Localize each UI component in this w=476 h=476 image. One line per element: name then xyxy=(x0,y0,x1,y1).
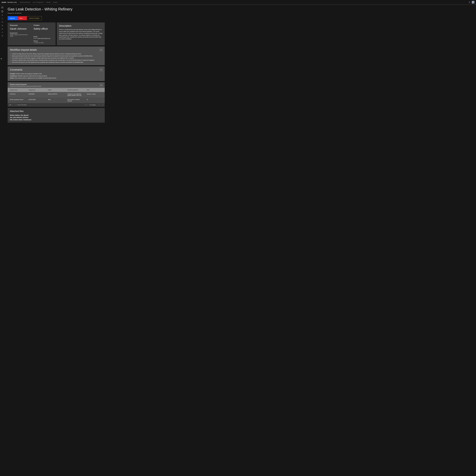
cell-id: 04-00143531 xyxy=(27,98,47,103)
pagination-range: 1 – 100 of 100 items xyxy=(14,104,84,106)
constraint-row: Partial: Some robotic assets or equipmen… xyxy=(10,77,102,79)
polygon-icon xyxy=(1,10,3,13)
email-label: Email: xyxy=(34,36,53,37)
svg-point-7 xyxy=(2,18,2,19)
description-text: Perform a comprehensive gas leak detecti… xyxy=(59,29,102,40)
user-avatar[interactable] xyxy=(472,1,475,4)
cell-model: Spot xyxy=(47,98,66,103)
nav-settings[interactable]: Settings xyxy=(46,1,51,3)
deny-button[interactable]: Deny xyxy=(17,16,27,20)
workflow-item: Deploy ground-based robots with more adv… xyxy=(12,55,102,57)
pagination-prev[interactable] xyxy=(97,103,101,107)
description-card: Description Perform a comprehensive gas … xyxy=(57,22,105,45)
sidebar-item-users[interactable] xyxy=(1,17,4,20)
phone-label: Phone: xyxy=(34,40,53,42)
info-row: Requester Sarah Johnson Department: Heal… xyxy=(8,22,105,45)
table-row[interactable]: DJI Drone 009-88546 Matrice 300 RTK Perg… xyxy=(8,92,105,98)
page-value: 1 xyxy=(85,104,86,106)
svg-point-15 xyxy=(2,29,2,29)
description-title: Description xyxy=(59,24,102,27)
requester-name: Sarah Johnson xyxy=(10,27,30,30)
dept-value: Health, Safety, and Environment (HSE) xyxy=(10,34,30,37)
header-nav: Global dashboard User management Setting… xyxy=(20,1,469,3)
cell-asset: Boston Dynamics Drone xyxy=(8,98,27,103)
constraints-card: AI Constraints Available: Robotic assets… xyxy=(8,66,105,81)
pagination-next[interactable] xyxy=(101,103,105,107)
position-label: Position xyxy=(34,24,53,26)
col-asset[interactable]: Robotic asset xyxy=(8,88,27,92)
nav-support[interactable]: Support xyxy=(53,1,58,3)
workflow-item: Submit the final report to the HSE depar… xyxy=(12,61,102,63)
users-icon xyxy=(2,18,3,19)
sidebar-item-connections[interactable] xyxy=(1,20,4,24)
col-equip[interactable]: Onboard equipment xyxy=(66,88,85,92)
col-pilot[interactable]: Pilot xyxy=(85,88,105,92)
workflow-card: AI Workflow request details Conduct an i… xyxy=(8,47,105,65)
sidebar-item-devices[interactable] xyxy=(1,34,4,37)
col-model[interactable]: Model xyxy=(47,88,66,92)
svg-point-8 xyxy=(2,18,3,18)
dept-label: Department: xyxy=(10,32,30,34)
cell-equip: OGI Camera, Thermal Camera xyxy=(66,98,85,103)
devices-icon xyxy=(2,35,3,36)
page-title: Gas Leak Detection - Whiting Refinery xyxy=(8,7,105,11)
ai-button-workflow[interactable]: AI xyxy=(99,48,103,51)
pagination-per-page[interactable]: 100 xyxy=(8,103,14,107)
file-link[interactable]: HSE_Incident_Report_Template.xlsx xyxy=(10,119,102,121)
notification-icon[interactable] xyxy=(469,1,470,3)
brand-section: Operations Hub xyxy=(7,1,17,3)
constraint-text: Some robotic assets or equipment are not… xyxy=(14,77,56,79)
sidebar-item-hierarchy[interactable] xyxy=(1,31,4,34)
file-link[interactable]: Gas_Leak_Detection_SOP.docx xyxy=(10,116,102,119)
constraint-text: Workflow may face conflict with pre-exis… xyxy=(17,75,47,77)
home-icon xyxy=(1,6,3,8)
chevron-down-icon xyxy=(12,104,13,105)
svg-point-12 xyxy=(2,22,3,22)
assets-card: AI Robotic Assets Required Assets will b… xyxy=(8,82,105,107)
svg-point-17 xyxy=(2,33,2,33)
sidebar-item-home[interactable] xyxy=(0,5,4,9)
request-id: Request ID: BP-WR-001 xyxy=(8,13,105,14)
ai-button-assets[interactable]: AI xyxy=(99,84,103,87)
svg-point-18 xyxy=(2,33,3,33)
per-page-value: 100 xyxy=(9,104,11,106)
files-title: Attached files xyxy=(10,110,102,113)
email-link[interactable]: sarah.johnson@bp.com xyxy=(37,38,51,39)
constraint-label: Conditional: xyxy=(10,75,17,77)
action-row: Approve Deny Request changes xyxy=(8,16,105,20)
constraint-row: Conditional: Workflow may face conflict … xyxy=(10,75,102,77)
brand: skyello Operations Hub xyxy=(1,1,17,3)
requester-col: Requester Sarah Johnson Department: Heal… xyxy=(10,24,30,43)
connections-icon xyxy=(2,21,3,23)
workflow-item: Generate a detailed report of all identi… xyxy=(12,59,102,61)
assets-subtitle: Assets will be requisitioned upon approv… xyxy=(10,85,102,87)
col-id[interactable]: Assigned ID xyxy=(27,88,47,92)
hierarchy-icon xyxy=(2,32,3,33)
chevron-down-icon xyxy=(86,104,87,105)
constraint-text: Robotic assets and equipment available i… xyxy=(16,73,42,74)
pagination-page-select[interactable]: 1 of 10 pages xyxy=(84,103,97,107)
phone-value: +1 (555) 123-4567 xyxy=(34,42,53,43)
requester-card: Requester Sarah Johnson Department: Heal… xyxy=(8,22,56,45)
sidebar-item-radio[interactable] xyxy=(1,27,4,31)
sidebar-item-open-panel[interactable] xyxy=(1,24,4,27)
table-header-row: Robotic asset Assigned ID Model Onboard … xyxy=(8,88,105,92)
clipboard-icon xyxy=(2,15,3,16)
request-changes-button[interactable]: Request changes xyxy=(27,16,42,20)
sidebar-item-polygon[interactable] xyxy=(0,10,4,13)
table-row[interactable]: Boston Dynamics Drone 04-00143531 Spot O… xyxy=(8,98,105,103)
sidebar-item-clipboard[interactable] xyxy=(1,14,4,17)
nav-user-management[interactable]: User management xyxy=(33,1,44,3)
cell-asset: DJI Drone xyxy=(8,92,27,98)
nav-global-dashboard[interactable]: Global dashboard xyxy=(20,1,30,3)
workflow-item: Conduct an initial aerial survey of the … xyxy=(12,53,102,55)
file-link[interactable]: Whiting_Refinery_Site_Map.pdf xyxy=(10,114,102,116)
ai-button-constraints[interactable]: AI xyxy=(99,68,103,71)
open-panel-icon xyxy=(2,25,3,26)
sidebar xyxy=(0,5,5,476)
cell-id: 009-88546 xyxy=(27,92,47,98)
approve-button[interactable]: Approve xyxy=(8,16,17,20)
assets-title: Robotic Assets Required xyxy=(10,84,102,85)
pages-suffix: of 10 pages xyxy=(89,104,96,106)
radio-icon xyxy=(2,28,3,30)
